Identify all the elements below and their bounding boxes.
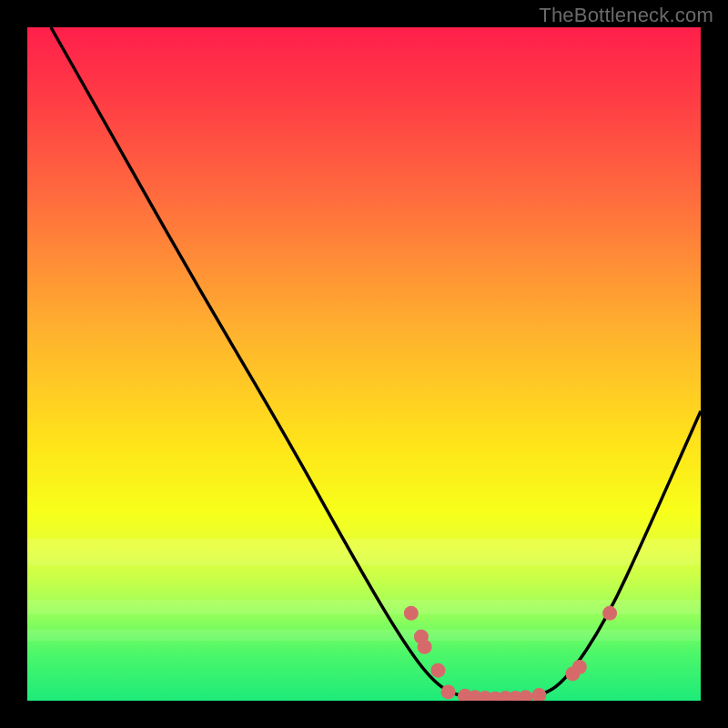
data-point-marker (519, 690, 533, 701)
curve-layer (27, 27, 701, 701)
data-point-marker (602, 606, 617, 621)
watermark-text: TheBottleneck.com (539, 4, 713, 27)
bottleneck-curve (51, 27, 701, 698)
data-point-marker (430, 663, 445, 678)
data-point-marker (531, 688, 546, 701)
data-point-marker (418, 640, 432, 654)
data-point-marker (441, 684, 456, 699)
chart-frame: TheBottleneck.com (0, 0, 728, 728)
data-point-marker (572, 660, 587, 674)
plot-area (27, 27, 701, 701)
data-point-marker (404, 606, 419, 621)
